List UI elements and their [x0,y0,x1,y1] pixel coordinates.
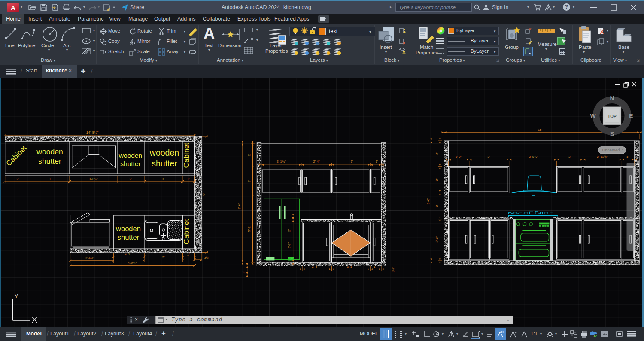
svg-text:2': 2' [129,177,132,181]
svg-text:4": 4" [242,270,246,273]
svg-text:1': 1' [375,160,378,163]
svg-text:15': 15' [538,128,542,132]
svg-text:1': 1' [187,253,190,257]
svg-text:Cabinet: Cabinet [5,144,28,167]
svg-text:shutter: shutter [118,233,140,241]
svg-text:2'-11½": 2'-11½" [597,155,608,159]
svg-text:2'-4": 2'-4" [313,160,320,163]
svg-text:9'-6": 9'-6" [426,198,430,204]
svg-text:3'-1¼": 3'-1¼" [276,160,286,163]
svg-text:3'-8¼": 3'-8¼" [529,155,538,159]
svg-text:3'-4½": 3'-4½" [85,256,94,260]
svg-text:S: S [610,130,614,137]
svg-text:3': 3' [351,160,353,163]
svg-text:2': 2' [16,177,19,181]
svg-text:3½": 3½" [204,256,210,259]
svg-text:wooden: wooden [36,148,63,156]
svg-text:1'-9": 1'-9" [455,155,462,159]
svg-text:2'-3": 2'-3" [312,265,319,269]
svg-text:9': 9' [202,193,206,196]
svg-text:wooden: wooden [149,148,179,157]
svg-text:1': 1' [187,177,190,181]
svg-text:2': 2' [568,155,571,159]
svg-text:Cabinet: Cabinet [182,142,191,168]
svg-text:2'-4": 2'-4" [125,252,131,256]
svg-text:N: N [610,95,614,102]
svg-text:wooden: wooden [118,152,142,159]
svg-text:5'-2": 5'-2" [247,225,251,232]
svg-text:2': 2' [435,178,439,181]
svg-text:14'-8¼": 14'-8¼" [86,130,99,135]
svg-text:3': 3' [487,155,490,159]
svg-text:3'-8¼": 3'-8¼" [89,177,98,181]
svg-text:Cabinet: Cabinet [182,219,191,244]
svg-text:Unnamed: Unnamed [602,148,620,152]
svg-text:W: W [590,112,596,119]
svg-text:wooden: wooden [115,225,141,232]
svg-text:9'-6": 9'-6" [237,203,241,209]
svg-text:3'-1": 3'-1" [347,265,353,269]
svg-text:3': 3' [162,177,164,181]
svg-text:3': 3' [49,177,51,181]
svg-text:2': 2' [247,180,251,182]
svg-text:3': 3' [162,255,165,259]
svg-text:1': 1' [374,265,376,269]
svg-text:E: E [629,112,633,119]
svg-text:shutter: shutter [152,159,177,168]
svg-text:Y: Y [15,293,18,299]
svg-text:3'-2": 3'-2" [435,236,439,242]
svg-text:2': 2' [435,152,439,155]
svg-text:2": 2" [288,229,291,232]
svg-text:shutter: shutter [120,160,140,167]
svg-text:9'-8½": 9'-8½" [128,261,137,265]
svg-text:TOP: TOP [608,114,617,119]
svg-text:1': 1' [626,155,629,159]
svg-text:3½": 3½" [392,266,395,272]
svg-text:shutter: shutter [38,157,61,166]
svg-text:2': 2' [435,205,439,207]
svg-text:2': 2' [247,154,251,156]
svg-text:3'-2": 3'-2" [288,242,291,248]
